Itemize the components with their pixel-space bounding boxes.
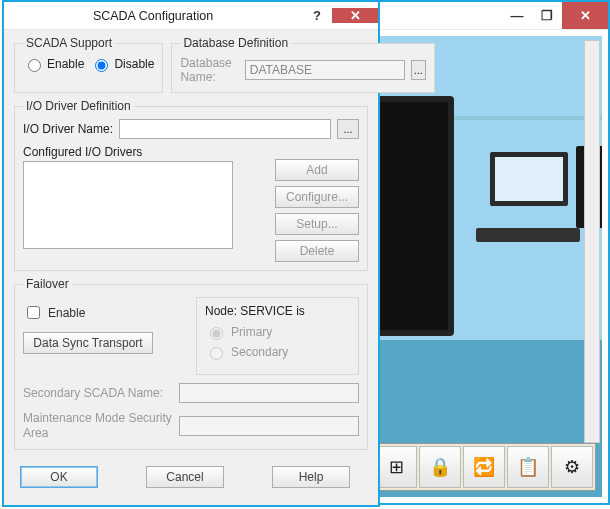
database-name-label: Database Name: — [180, 56, 238, 84]
add-button[interactable]: Add — [275, 159, 359, 181]
scada-support-legend: SCADA Support — [23, 36, 115, 50]
support-disable-label: Disable — [114, 57, 154, 71]
minimize-button[interactable]: — — [502, 2, 532, 29]
toolbar-gears-icon[interactable]: ⚙ — [551, 446, 593, 488]
bg-close-button[interactable]: ✕ — [562, 2, 608, 29]
node-title: Node: SERVICE is — [205, 304, 350, 318]
node-secondary-option[interactable]: Secondary — [205, 344, 350, 360]
scada-support-group: SCADA Support Enable Disable — [14, 36, 163, 93]
io-driver-name-label: I/O Driver Name: — [23, 122, 113, 136]
node-role-group: Node: SERVICE is Primary Secondary — [196, 297, 359, 375]
toolbar-refresh-icon[interactable]: 🔁 — [463, 446, 505, 488]
toolbar-lock-icon[interactable]: 🔒 — [419, 446, 461, 488]
database-definition-legend: Database Definition — [180, 36, 291, 50]
cancel-button[interactable]: Cancel — [146, 466, 224, 488]
node-primary-label: Primary — [231, 325, 272, 339]
scada-config-dialog: SCADA Configuration ? ✕ SCADA Support En… — [2, 0, 380, 507]
io-driver-group: I/O Driver Definition I/O Driver Name: .… — [14, 99, 368, 271]
maintenance-mode-input[interactable] — [179, 416, 359, 436]
node-secondary-radio[interactable] — [210, 347, 223, 360]
node-title-prefix: Node: — [205, 304, 240, 318]
support-enable-radio[interactable] — [28, 59, 41, 72]
bg-toolbar: ⊞ 🔒 🔁 📋 ⚙ — [372, 443, 596, 491]
data-sync-transport-button[interactable]: Data Sync Transport — [23, 332, 153, 354]
dialog-help-button[interactable]: ? — [302, 8, 332, 23]
configured-drivers-list[interactable] — [23, 161, 233, 249]
secondary-scada-label: Secondary SCADA Name: — [23, 386, 173, 401]
configure-button[interactable]: Configure... — [275, 186, 359, 208]
bg-keyboard — [476, 228, 580, 242]
secondary-scada-input[interactable] — [179, 383, 359, 403]
bg-scrollbar[interactable] — [584, 40, 600, 443]
support-enable-label: Enable — [47, 57, 84, 71]
failover-enable-label: Enable — [48, 306, 85, 320]
io-driver-name-input[interactable] — [119, 119, 331, 139]
failover-legend: Failover — [23, 277, 72, 291]
support-enable-option[interactable]: Enable — [23, 56, 84, 72]
ok-button[interactable]: OK — [20, 466, 98, 488]
database-definition-group: Database Definition Database Name: ... — [171, 36, 434, 93]
node-title-suffix: is — [293, 304, 305, 318]
dialog-title: SCADA Configuration — [4, 9, 302, 23]
configured-drivers-label: Configured I/O Drivers — [23, 145, 359, 159]
failover-enable-option[interactable]: Enable — [23, 303, 186, 322]
dialog-button-row: OK Cancel Help — [14, 456, 368, 488]
toolbar-grid-icon[interactable]: ⊞ — [375, 446, 417, 488]
failover-left: Enable Data Sync Transport — [23, 297, 186, 354]
node-name: SERVICE — [240, 304, 292, 318]
support-disable-option[interactable]: Disable — [90, 56, 154, 72]
help-button[interactable]: Help — [272, 466, 350, 488]
database-browse-button[interactable]: ... — [411, 60, 426, 80]
failover-enable-checkbox[interactable] — [27, 306, 40, 319]
support-disable-radio[interactable] — [95, 59, 108, 72]
maintenance-mode-label: Maintenance Mode Security Area — [23, 411, 173, 441]
setup-button[interactable]: Setup... — [275, 213, 359, 235]
delete-button[interactable]: Delete — [275, 240, 359, 262]
restore-button[interactable]: ❐ — [532, 2, 562, 29]
failover-group: Failover Enable Data Sync Transport Node… — [14, 277, 368, 450]
dialog-close-button[interactable]: ✕ — [332, 8, 378, 23]
node-secondary-label: Secondary — [231, 345, 288, 359]
io-driver-legend: I/O Driver Definition — [23, 99, 134, 113]
node-primary-radio[interactable] — [210, 327, 223, 340]
node-primary-option[interactable]: Primary — [205, 324, 350, 340]
toolbar-sheet-icon[interactable]: 📋 — [507, 446, 549, 488]
bg-monitor-small — [490, 152, 568, 206]
database-name-input[interactable] — [245, 60, 405, 80]
dialog-titlebar: SCADA Configuration ? ✕ — [4, 2, 378, 30]
dialog-body: SCADA Support Enable Disable Database De… — [4, 30, 378, 498]
io-buttons: Add Configure... Setup... Delete — [275, 159, 359, 262]
io-driver-browse-button[interactable]: ... — [337, 119, 359, 139]
